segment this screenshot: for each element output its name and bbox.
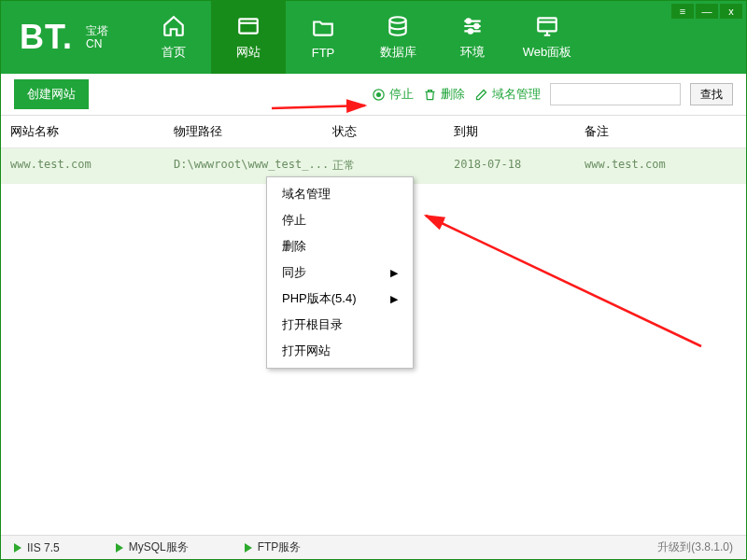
logo-subtitle-top: 宝塔 bbox=[86, 24, 108, 37]
stop-action-label: 停止 bbox=[389, 86, 414, 103]
svg-rect-5 bbox=[538, 18, 557, 31]
chevron-right-icon: ▶ bbox=[390, 267, 398, 279]
col-path[interactable]: 物理路径 bbox=[164, 116, 323, 147]
toolbar: 创建网站 停止 删除 域名管理 查找 bbox=[1, 74, 746, 115]
ctx-delete-label: 删除 bbox=[282, 238, 306, 255]
menu-button[interactable]: ≡ bbox=[671, 4, 694, 19]
logo: BT. 宝塔 CN bbox=[1, 1, 136, 74]
ctx-sync-label: 同步 bbox=[282, 264, 306, 281]
window-controls: ≡ — x bbox=[669, 4, 742, 19]
status-bar: IIS 7.5 MySQL服务 FTP服务 升级到(3.8.1.0) bbox=[1, 535, 746, 559]
domain-action[interactable]: 域名管理 bbox=[474, 86, 541, 103]
col-name[interactable]: 网站名称 bbox=[1, 116, 164, 147]
annotation-arrow-bottom bbox=[412, 206, 711, 356]
service-mysql[interactable]: MySQL服务 bbox=[116, 539, 189, 555]
logo-main: BT bbox=[20, 18, 63, 56]
folder-icon bbox=[309, 16, 337, 40]
context-menu: 域名管理 停止 删除 同步▶ PHP版本(5.4)▶ 打开根目录 打开网站 bbox=[266, 176, 414, 369]
ctx-open-root-label: 打开根目录 bbox=[282, 316, 343, 333]
search-input[interactable] bbox=[550, 83, 681, 105]
main-nav: 首页 网站 FTP 数据库 环境 Web面板 bbox=[136, 1, 585, 74]
ctx-open-root[interactable]: 打开根目录 bbox=[267, 312, 413, 338]
col-remark[interactable]: 备注 bbox=[575, 116, 746, 147]
svg-point-1 bbox=[389, 17, 405, 23]
ctx-stop[interactable]: 停止 bbox=[267, 207, 413, 233]
nav-ftp[interactable]: FTP bbox=[286, 1, 360, 74]
table-header: 网站名称 物理路径 状态 到期 备注 bbox=[1, 116, 746, 148]
ctx-php[interactable]: PHP版本(5.4)▶ bbox=[267, 286, 413, 312]
nav-home-label: 首页 bbox=[162, 44, 186, 61]
ctx-open-site-label: 打开网站 bbox=[282, 343, 331, 359]
svg-point-7 bbox=[377, 92, 381, 96]
app-header: BT. 宝塔 CN 首页 网站 FTP 数据库 环境 Web面板 bbox=[1, 1, 746, 74]
service-mysql-label: MySQL服务 bbox=[129, 539, 189, 555]
chevron-right-icon: ▶ bbox=[390, 293, 398, 305]
upgrade-link[interactable]: 升级到(3.8.1.0) bbox=[657, 539, 733, 555]
ctx-domain-label: 域名管理 bbox=[282, 186, 331, 203]
search-button[interactable]: 查找 bbox=[690, 83, 733, 105]
service-iis-label: IIS 7.5 bbox=[27, 541, 60, 554]
nav-site[interactable]: 网站 bbox=[211, 1, 286, 74]
edit-icon bbox=[474, 88, 488, 102]
nav-database[interactable]: 数据库 bbox=[360, 1, 435, 74]
trash-icon bbox=[423, 88, 437, 102]
nav-home[interactable]: 首页 bbox=[136, 1, 211, 74]
play-icon bbox=[245, 543, 252, 553]
delete-action-label: 删除 bbox=[441, 86, 465, 103]
stop-icon bbox=[372, 88, 386, 102]
delete-action[interactable]: 删除 bbox=[423, 86, 465, 103]
cell-expire: 2018-07-18 bbox=[444, 148, 575, 183]
ctx-stop-label: 停止 bbox=[282, 212, 306, 229]
ctx-open-site[interactable]: 打开网站 bbox=[267, 338, 413, 364]
create-site-button[interactable]: 创建网站 bbox=[14, 79, 89, 109]
sliders-icon bbox=[458, 14, 486, 38]
site-table: 网站名称 物理路径 状态 到期 备注 www.test.com D:\wwwro… bbox=[1, 115, 746, 184]
nav-ftp-label: FTP bbox=[312, 46, 335, 60]
nav-panel-label: Web面板 bbox=[523, 44, 572, 61]
nav-database-label: 数据库 bbox=[380, 44, 416, 61]
nav-env[interactable]: 环境 bbox=[435, 1, 510, 74]
col-status[interactable]: 状态 bbox=[323, 116, 444, 147]
play-icon bbox=[14, 543, 21, 553]
svg-point-2 bbox=[467, 19, 471, 22]
stop-action[interactable]: 停止 bbox=[372, 86, 414, 103]
home-icon bbox=[160, 14, 188, 38]
database-icon bbox=[384, 14, 412, 38]
service-ftp[interactable]: FTP服务 bbox=[245, 539, 302, 555]
svg-point-4 bbox=[469, 29, 472, 33]
svg-line-9 bbox=[426, 216, 701, 346]
service-iis[interactable]: IIS 7.5 bbox=[14, 541, 60, 554]
svg-point-3 bbox=[474, 24, 478, 28]
svg-rect-0 bbox=[239, 19, 258, 33]
domain-action-label: 域名管理 bbox=[492, 86, 541, 103]
ctx-php-label: PHP版本(5.4) bbox=[282, 290, 356, 307]
logo-dot: . bbox=[63, 18, 73, 56]
service-ftp-label: FTP服务 bbox=[258, 539, 302, 555]
logo-subtitle-bottom: CN bbox=[86, 37, 108, 50]
minimize-button[interactable]: — bbox=[696, 4, 718, 19]
panel-icon bbox=[533, 14, 561, 38]
play-icon bbox=[116, 543, 123, 553]
ctx-domain[interactable]: 域名管理 bbox=[267, 181, 413, 207]
ctx-delete[interactable]: 删除 bbox=[267, 233, 413, 259]
nav-site-label: 网站 bbox=[236, 44, 261, 61]
cell-name: www.test.com bbox=[1, 148, 164, 183]
nav-env-label: 环境 bbox=[460, 44, 485, 61]
ctx-sync[interactable]: 同步▶ bbox=[267, 259, 413, 286]
nav-panel[interactable]: Web面板 bbox=[510, 1, 585, 74]
close-button[interactable]: x bbox=[720, 4, 742, 19]
cell-remark: www.test.com bbox=[575, 148, 746, 183]
col-expire[interactable]: 到期 bbox=[444, 116, 575, 147]
site-icon bbox=[234, 14, 262, 38]
